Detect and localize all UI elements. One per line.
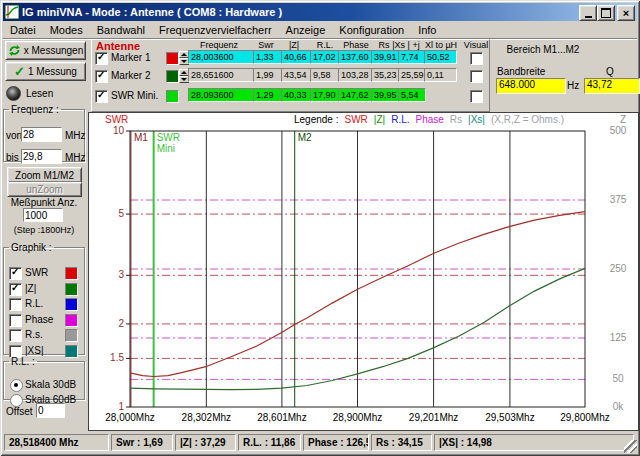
menu-item-info[interactable]: Info xyxy=(411,23,443,37)
freq-tick-label: 28,000Mhz xyxy=(105,412,154,423)
freq-tick-label: 28,601Mhz xyxy=(257,412,306,423)
offset-input[interactable] xyxy=(36,403,65,418)
rl-radio-label[interactable]: Skala 30dB xyxy=(25,379,76,390)
menu-item-konfiguration[interactable]: Konfiguration xyxy=(332,23,411,37)
status-panel: R.L. : 11,86 xyxy=(238,434,301,451)
graphik-label[interactable]: R.L. xyxy=(25,298,43,309)
q-value: 43,72 xyxy=(584,78,640,94)
bandbreite-value: 648.000 xyxy=(496,78,566,94)
graphik-group: Graphik : SWR|Z|R.L.PhaseR.s.|XS| xyxy=(3,242,85,355)
status-panel: 28,518400 Mhz xyxy=(4,434,109,451)
visual-checkbox[interactable] xyxy=(470,52,483,65)
menu-item-anzeige[interactable]: Anzeige xyxy=(279,23,333,37)
marker-value-cell: 17,02 xyxy=(310,50,340,64)
rl-group-title: R.L. : xyxy=(9,356,37,367)
plot-area[interactable]: M1SWRMiniM2105321.51500375250125500k28,0… xyxy=(89,113,636,428)
graphik-checkbox-|Z|[interactable] xyxy=(9,283,22,296)
right-tick-label: 50 xyxy=(612,373,624,384)
right-tick-label: 0k xyxy=(613,401,625,412)
visual-checkbox[interactable] xyxy=(470,70,483,83)
one-messung-button[interactable]: ✓ 1 Messung xyxy=(5,62,86,81)
status-panel: Rs : 34,15 xyxy=(371,434,432,451)
marker-value-cell: 7,74 xyxy=(398,50,426,64)
von-input[interactable] xyxy=(21,127,62,142)
graphik-checkbox-SWR[interactable] xyxy=(9,267,22,280)
rl-radio-Skala-30dB[interactable] xyxy=(10,379,23,392)
app-icon xyxy=(5,5,19,19)
graphik-color-swatch xyxy=(65,329,78,342)
graphik-checkbox-Phase[interactable] xyxy=(9,314,22,327)
graphik-group-title: Graphik : xyxy=(9,242,54,253)
marker-row-checkbox[interactable] xyxy=(95,90,108,103)
menu-item-modes[interactable]: Modes xyxy=(43,23,90,37)
marker-label: M1 xyxy=(134,132,148,143)
title-bar[interactable]: IG miniVNA - Mode : Antenne ( COM8 : Har… xyxy=(3,3,637,21)
close-button[interactable]: × xyxy=(617,5,635,21)
graphik-checkbox-R.s.[interactable] xyxy=(9,329,22,342)
menu-item-datei[interactable]: Datei xyxy=(3,23,43,37)
marker-row-checkbox[interactable] xyxy=(95,52,108,65)
lesen-led-icon[interactable] xyxy=(6,86,21,101)
bis-input[interactable] xyxy=(21,149,62,164)
marker-color-swatch xyxy=(166,90,179,103)
graphik-label[interactable]: SWR xyxy=(25,267,48,278)
minimize-button[interactable] xyxy=(579,5,597,21)
menu-bar: DateiModesBandwahlFrequenzvervielfacherr… xyxy=(3,21,637,39)
von-label: von xyxy=(6,130,22,141)
lesen-label: Lesen xyxy=(26,88,53,99)
marker-label: M2 xyxy=(298,132,312,143)
marker-value-cell: 35,23 xyxy=(371,68,400,82)
marker-value-cell: 17,90 xyxy=(310,88,340,102)
graphik-label[interactable]: |Z| xyxy=(25,283,36,294)
messpunkt-label: Meßpunkt Anz. xyxy=(0,197,88,208)
marker-label: Mini xyxy=(157,143,175,154)
menu-item-frequenzvervielfacherr[interactable]: Frequenzvervielfacherr xyxy=(152,23,279,37)
one-messung-label: 1 Messung xyxy=(28,66,77,77)
freq-tick-label: 28,302Mhz xyxy=(182,412,231,423)
marker-color-swatch xyxy=(166,70,179,83)
right-tick-label: 125 xyxy=(610,332,627,343)
status-panel: Swr : 1,69 xyxy=(111,434,173,451)
maximize-button[interactable] xyxy=(597,5,615,21)
zoom-m1-m2-label: Zoom M1/M2 xyxy=(15,170,74,181)
menu-item-bandwahl[interactable]: Bandwahl xyxy=(90,23,152,37)
marker-value-cell: 25,59 xyxy=(398,68,426,82)
left-tick-label: 5 xyxy=(118,208,124,219)
left-tick-label: 10 xyxy=(113,125,125,136)
graphik-label[interactable]: Phase xyxy=(25,314,53,325)
left-tick-label: 3 xyxy=(118,269,124,280)
von-unit-label: MHz xyxy=(65,130,86,141)
marker-row-checkbox[interactable] xyxy=(95,70,108,83)
visual-checkbox[interactable] xyxy=(470,90,483,103)
messpunkt-input[interactable] xyxy=(23,208,63,222)
graphik-label[interactable]: R.s. xyxy=(25,329,43,340)
marker-row-label[interactable]: Marker 2 xyxy=(111,70,150,81)
marker-row-label[interactable]: Marker 1 xyxy=(111,52,150,63)
lesen-control[interactable]: Lesen xyxy=(6,86,53,101)
resize-grip[interactable] xyxy=(624,440,637,453)
status-panel: |XS| : 14,98 xyxy=(434,434,634,451)
marker-value-cell: 28,651600 xyxy=(188,68,255,82)
marker-value-cell: 40,66 xyxy=(281,50,311,64)
graphik-label[interactable]: |XS| xyxy=(25,345,44,356)
chart-panel: SWR Legende :SWR|Z|R.L.PhaseRs|Xs|(X,R,Z… xyxy=(88,112,639,431)
maximize-icon xyxy=(601,8,611,18)
marker-value-cell: 1,29 xyxy=(253,88,283,102)
app-window: IG miniVNA - Mode : Antenne ( COM8 : Har… xyxy=(0,0,640,456)
freq-tick-label: 28,900Mhz xyxy=(333,412,382,423)
x-messungen-button[interactable]: x Messungen xyxy=(5,41,86,60)
marker-value-cell: 103,28 xyxy=(338,68,373,82)
refresh-icon xyxy=(8,44,21,57)
unzoom-button[interactable]: unZoom xyxy=(7,182,82,197)
left-tick-label: 2 xyxy=(118,318,124,329)
zoom-m1-m2-button[interactable]: Zoom M1/M2 xyxy=(7,167,82,183)
x-messungen-label: x Messungen xyxy=(24,45,83,56)
right-tick-label: 375 xyxy=(610,194,627,205)
bereich-title: Bereich M1...M2 xyxy=(488,44,598,55)
marker-row-label[interactable]: SWR Mini. xyxy=(111,90,158,101)
marker-value-cell: 43,54 xyxy=(281,68,311,82)
marker-value-cell: 40,33 xyxy=(281,88,311,102)
graphik-checkbox-R.L.[interactable] xyxy=(9,298,22,311)
frequenz-group: Frequenz : von MHz bis MHz xyxy=(3,104,85,162)
frequenz-group-title: Frequenz : xyxy=(9,104,61,115)
